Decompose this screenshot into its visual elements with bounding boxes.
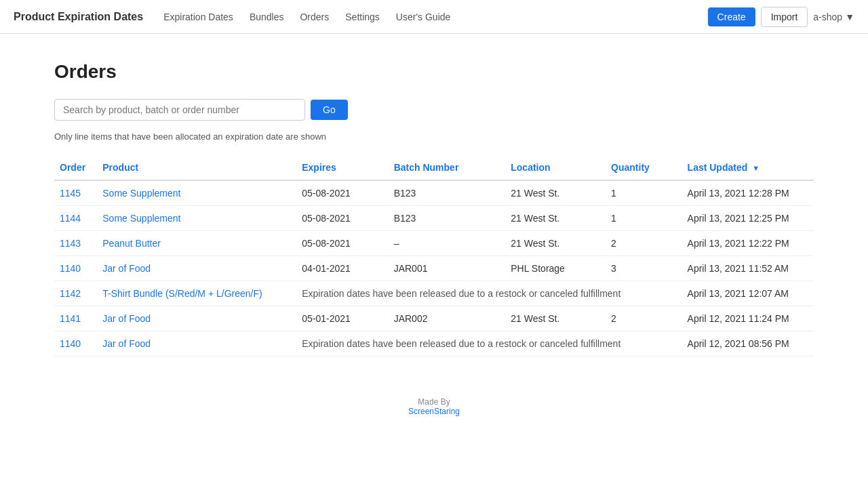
cell-order: 1140	[54, 256, 97, 281]
cell-message: Expiration dates have been released due …	[296, 281, 682, 306]
import-button[interactable]: Import	[761, 7, 808, 27]
cell-location: 21 West St.	[505, 306, 606, 331]
cell-last-updated: April 13, 2021 11:52 AM	[682, 256, 814, 281]
search-row: Go	[54, 99, 814, 121]
shop-dropdown[interactable]: a-shop ▼	[813, 12, 854, 22]
col-batch-number[interactable]: Batch Number	[389, 155, 506, 180]
made-by-label: Made By	[54, 397, 814, 407]
table-row: 1141 Jar of Food 05-01-2021 JAR002 21 We…	[54, 306, 814, 331]
col-location-link[interactable]: Location	[511, 162, 550, 173]
product-link[interactable]: Jar of Food	[102, 338, 151, 349]
nav-bundles[interactable]: Bundles	[250, 12, 284, 22]
col-last-updated[interactable]: Last Updated ▼	[682, 155, 814, 180]
company-link[interactable]: ScreenStaring	[408, 407, 460, 416]
table-row: 1143 Peanut Butter 05-08-2021 – 21 West …	[54, 231, 814, 256]
cell-order: 1143	[54, 231, 97, 256]
table-header: Order Product Expires Batch Number Locat…	[54, 155, 814, 180]
cell-location: 21 West St.	[505, 180, 606, 206]
cell-batch-number: JAR002	[389, 306, 506, 331]
cell-last-updated: April 13, 2021 12:07 AM	[682, 281, 814, 306]
col-batch-link[interactable]: Batch Number	[394, 162, 459, 173]
col-expires[interactable]: Expires	[296, 155, 388, 180]
order-link[interactable]: 1140	[60, 263, 81, 274]
create-button[interactable]: Create	[708, 7, 755, 26]
cell-product: Some Supplement	[97, 206, 296, 231]
col-order-link[interactable]: Order	[60, 162, 85, 173]
product-link[interactable]: Peanut Butter	[102, 238, 161, 249]
cell-expires: 05-08-2021	[296, 180, 388, 206]
main-content: Orders Go Only line items that have been…	[0, 34, 868, 443]
product-link[interactable]: Jar of Food	[102, 313, 151, 324]
navbar-actions: Create Import a-shop ▼	[708, 7, 854, 27]
cell-batch-number: B123	[389, 206, 506, 231]
cell-product: Peanut Butter	[97, 231, 296, 256]
col-location[interactable]: Location	[505, 155, 606, 180]
orders-table: Order Product Expires Batch Number Locat…	[54, 155, 814, 357]
col-product-link[interactable]: Product	[102, 162, 138, 173]
cell-last-updated: April 12, 2021 11:24 PM	[682, 306, 814, 331]
table-row: 1145 Some Supplement 05-08-2021 B123 21 …	[54, 180, 814, 206]
cell-product: Jar of Food	[97, 256, 296, 281]
cell-product: Some Supplement	[97, 180, 296, 206]
table-body: 1145 Some Supplement 05-08-2021 B123 21 …	[54, 180, 814, 357]
nav-expiration-dates[interactable]: Expiration Dates	[163, 12, 233, 22]
nav-users-guide[interactable]: User's Guide	[396, 12, 450, 22]
cell-order: 1141	[54, 306, 97, 331]
col-product[interactable]: Product	[97, 155, 296, 180]
note-text: Only line items that have been allocated…	[54, 131, 814, 142]
table-row: 1140 Jar of Food Expiration dates have b…	[54, 331, 814, 357]
table-row: 1144 Some Supplement 05-08-2021 B123 21 …	[54, 206, 814, 231]
table-row: 1140 Jar of Food 04-01-2021 JAR001 PHL S…	[54, 256, 814, 281]
order-link[interactable]: 1143	[60, 238, 81, 249]
order-link[interactable]: 1140	[60, 338, 81, 349]
cell-order: 1142	[54, 281, 97, 306]
cell-product: T-Shirt Bundle (S/Red/M + L/Green/F)	[97, 281, 296, 306]
cell-expires: 05-08-2021	[296, 206, 388, 231]
col-quantity-link[interactable]: Quantity	[611, 162, 650, 173]
go-button[interactable]: Go	[311, 100, 348, 120]
navbar: Product Expiration Dates Expiration Date…	[0, 0, 868, 34]
order-link[interactable]: 1144	[60, 213, 81, 224]
cell-quantity: 1	[606, 206, 682, 231]
col-quantity[interactable]: Quantity	[606, 155, 682, 180]
cell-order: 1144	[54, 206, 97, 231]
cell-message: Expiration dates have been released due …	[296, 331, 682, 357]
product-link[interactable]: T-Shirt Bundle (S/Red/M + L/Green/F)	[102, 288, 262, 299]
cell-last-updated: April 13, 2021 12:25 PM	[682, 206, 814, 231]
order-link[interactable]: 1141	[60, 313, 81, 324]
cell-expires: 05-01-2021	[296, 306, 388, 331]
sort-desc-icon: ▼	[752, 164, 760, 172]
cell-last-updated: April 13, 2021 12:28 PM	[682, 180, 814, 206]
cell-batch-number: –	[389, 231, 506, 256]
cell-product: Jar of Food	[97, 306, 296, 331]
cell-location: 21 West St.	[505, 206, 606, 231]
cell-batch-number: JAR001	[389, 256, 506, 281]
order-link[interactable]: 1142	[60, 288, 81, 299]
order-link[interactable]: 1145	[60, 188, 81, 199]
col-last-updated-link[interactable]: Last Updated ▼	[688, 162, 760, 173]
product-link[interactable]: Some Supplement	[102, 213, 180, 224]
cell-order: 1145	[54, 180, 97, 206]
app-title: Product Expiration Dates	[14, 11, 143, 23]
cell-quantity: 2	[606, 231, 682, 256]
cell-last-updated: April 12, 2021 08:56 PM	[682, 331, 814, 357]
product-link[interactable]: Jar of Food	[102, 263, 151, 274]
cell-quantity: 2	[606, 306, 682, 331]
nav-orders[interactable]: Orders	[300, 12, 329, 22]
cell-quantity: 1	[606, 180, 682, 206]
chevron-down-icon: ▼	[845, 12, 854, 22]
nav-settings[interactable]: Settings	[345, 12, 380, 22]
cell-batch-number: B123	[389, 180, 506, 206]
cell-expires: 04-01-2021	[296, 256, 388, 281]
search-input[interactable]	[54, 99, 305, 121]
cell-last-updated: April 13, 2021 12:22 PM	[682, 231, 814, 256]
table-row: 1142 T-Shirt Bundle (S/Red/M + L/Green/F…	[54, 281, 814, 306]
shop-name: a-shop	[813, 12, 842, 22]
col-order[interactable]: Order	[54, 155, 97, 180]
product-link[interactable]: Some Supplement	[102, 188, 180, 199]
cell-expires: 05-08-2021	[296, 231, 388, 256]
page-title: Orders	[54, 61, 814, 83]
col-expires-link[interactable]: Expires	[302, 162, 336, 173]
cell-location: PHL Storage	[505, 256, 606, 281]
cell-order: 1140	[54, 331, 97, 357]
